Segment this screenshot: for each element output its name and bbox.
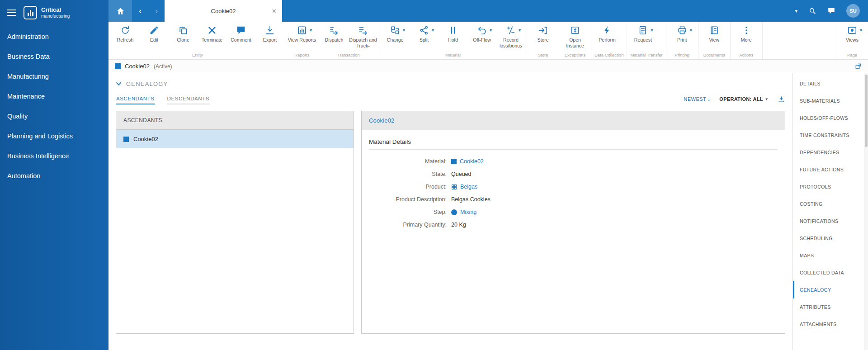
clone-icon <box>178 25 188 35</box>
scrollbar-thumb[interactable] <box>865 75 868 147</box>
sidebar-item-manufacturing[interactable]: Manufacturing <box>0 66 108 86</box>
perform-button[interactable]: Perform <box>593 24 622 49</box>
export-button[interactable]: Export <box>255 24 284 49</box>
right-nav-item-notifications[interactable]: NOTIFICATIONS <box>793 213 864 230</box>
right-nav-item-attributes[interactable]: ATTRIBUTES <box>793 298 864 316</box>
caret-down-icon: ▾ <box>432 28 434 33</box>
field-value-text: Queued <box>451 171 471 177</box>
right-nav-item-attachments[interactable]: ATTACHMENTS <box>793 316 864 333</box>
right-nav-item-holds-off-flows[interactable]: HOLDS/OFF-FLOWS <box>793 109 864 127</box>
toolbar-button-label: Refresh <box>117 37 134 49</box>
record-loss-bonus-button[interactable]: ▾Record loss/bonus <box>496 24 525 49</box>
dispatch-and-track-button[interactable]: Dispatch and Track- <box>349 24 377 49</box>
toolbar-group-reports: ▾View ReportsReports <box>286 22 318 59</box>
terminate-button[interactable]: Terminate <box>198 24 226 49</box>
hold-button[interactable]: Hold <box>439 24 467 49</box>
split-button[interactable]: ▾Split <box>410 24 439 49</box>
user-avatar[interactable]: SU <box>846 4 860 18</box>
more-icon <box>741 25 751 35</box>
change-button[interactable]: ▾Change <box>381 24 410 49</box>
clone-button[interactable]: Clone <box>169 24 198 49</box>
section-title: GENEALOGY <box>126 80 168 87</box>
genealogy-section-header[interactable]: GENEALOGY <box>116 73 785 89</box>
print-button[interactable]: ▾Print <box>668 24 697 49</box>
sidebar-item-maintenance[interactable]: Maintenance <box>0 86 108 106</box>
sidebar-item-business-intelligence[interactable]: Business Intelligence <box>0 146 108 166</box>
right-nav-item-protocols[interactable]: PROTOCOLS <box>793 178 864 195</box>
search-icon[interactable] <box>808 7 816 15</box>
vertical-scrollbar[interactable] <box>864 73 868 350</box>
app: Critical manufacturing AdministrationBus… <box>0 0 868 350</box>
operation-filter-dropdown[interactable]: OPERATION: ALL▼ <box>719 96 769 102</box>
tab-close-icon[interactable]: ✕ <box>272 8 277 14</box>
right-nav-item-details[interactable]: DETAILS <box>793 75 864 92</box>
ascendant-item-label: Cookie02 <box>133 136 158 142</box>
right-nav-item-maps[interactable]: MAPS <box>793 247 864 264</box>
right-nav-item-future-actions[interactable]: FUTURE ACTIONS <box>793 161 864 178</box>
right-nav-item-sub-materials[interactable]: SUB-MATERIALS <box>793 92 864 109</box>
perform-icon <box>602 25 612 35</box>
topbar-dropdown-caret-icon[interactable]: ▾ <box>795 8 797 14</box>
hamburger-menu-icon[interactable] <box>7 8 16 18</box>
view-button[interactable]: View <box>700 24 729 49</box>
step-circle-icon <box>451 209 457 215</box>
right-nav-item-scheduling[interactable]: SCHEDULING <box>793 230 864 247</box>
sort-newest-button[interactable]: NEWEST↓ <box>684 96 710 102</box>
home-button[interactable] <box>108 0 132 22</box>
tabs: ASCENDANTSDESCENDANTS <box>116 94 222 104</box>
toolbar-button-label: Dispatch <box>325 37 344 49</box>
sidebar-item-quality[interactable]: Quality <box>0 106 108 126</box>
download-icon[interactable] <box>778 95 785 103</box>
field-value[interactable]: Mixing <box>451 209 476 215</box>
views-button[interactable]: ▾Views <box>838 24 867 49</box>
tab-descendants[interactable]: DESCENDANTS <box>167 94 210 104</box>
back-button[interactable]: ‹ <box>132 0 148 22</box>
off-flow-button[interactable]: ▾Off-Flow <box>467 24 496 49</box>
chat-icon[interactable] <box>827 7 835 15</box>
caret-down-icon: ▾ <box>310 28 312 33</box>
store-button[interactable]: Store <box>528 24 557 49</box>
request-button[interactable]: ▾Request <box>628 24 657 49</box>
toolbar-group-label: Printing <box>668 52 697 59</box>
avatar-initials: SU <box>849 8 856 14</box>
field-state: State:Queued <box>369 168 778 180</box>
toolbar-page-group: ▾ViewsPage <box>836 22 868 59</box>
field-value[interactable]: Belgas <box>451 184 477 190</box>
view-reports-button[interactable]: ▾View Reports <box>288 24 316 49</box>
sidebar-item-business-data[interactable]: Business Data <box>0 47 108 66</box>
toolbar-group-label: Exceptions <box>561 52 590 59</box>
split-icon <box>419 25 429 35</box>
forward-button[interactable]: › <box>148 0 165 22</box>
right-nav-item-dependencies[interactable]: DEPENDENCIES <box>793 144 864 161</box>
edit-button[interactable]: Edit <box>140 24 169 49</box>
right-nav-item-collected-data[interactable]: COLLECTED DATA <box>793 264 864 281</box>
sidebar-item-automation[interactable]: Automation <box>0 166 108 186</box>
more-button[interactable]: More <box>732 24 761 49</box>
toolbar-groups: RefreshEditCloneTerminateCommentExportEn… <box>109 22 763 59</box>
expand-icon[interactable] <box>855 63 862 70</box>
right-nav-item-costing[interactable]: COSTING <box>793 195 864 213</box>
hold-icon <box>448 25 458 35</box>
sidebar-item-administration[interactable]: Administration <box>0 27 108 47</box>
brand-subname: manufacturing <box>41 14 70 19</box>
tab-cookie02[interactable]: Cookie02 ✕ <box>165 0 282 22</box>
refresh-button[interactable]: Refresh <box>111 24 140 49</box>
ascendants-list: Cookie02 <box>116 130 354 148</box>
comment-button[interactable]: Comment <box>226 24 255 49</box>
right-nav-item-genealogy[interactable]: GENEALOGY <box>793 281 864 298</box>
right-nav-item-time-constraints[interactable]: TIME CONSTRAINTS <box>793 127 864 144</box>
views-icon <box>847 25 857 35</box>
field-label: Primary Quantity: <box>369 222 447 228</box>
record-icon <box>506 25 516 35</box>
open-instance-button[interactable]: Open Instance <box>561 24 590 49</box>
sidebar-item-planning-and-logistics[interactable]: Planning and Logistics <box>0 126 108 146</box>
field-product: Product:Belgas <box>369 180 778 193</box>
dispatch-button[interactable]: Dispatch <box>320 24 349 49</box>
field-value[interactable]: Cookie02 <box>451 158 484 165</box>
toolbar-button-label: Change <box>387 37 404 49</box>
material-square-icon <box>115 63 121 69</box>
ascendant-item-cookie02[interactable]: Cookie02 <box>116 130 354 148</box>
toolbar-group-printing: ▾PrintPrinting <box>666 22 698 59</box>
tab-ascendants[interactable]: ASCENDANTS <box>116 94 155 104</box>
toolbar-group-actions: MoreActions <box>731 22 763 59</box>
